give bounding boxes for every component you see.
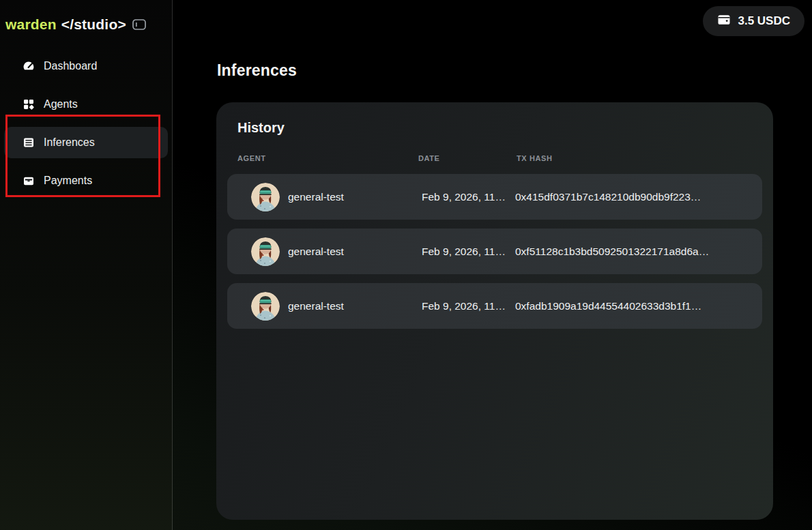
agent-avatar (251, 292, 280, 321)
date-cell: Feb 9, 2026, 11… (422, 300, 515, 312)
agent-cell: general-test (251, 237, 422, 266)
history-card-title: History (237, 120, 762, 139)
tx-hash-cell: 0xfadb1909a19d44554402633d3b1f1… (515, 300, 701, 312)
tx-hash-cell: 0xf51128c1b3bd5092501322171a8d6a… (515, 246, 709, 258)
agent-cell: general-test (251, 292, 422, 321)
column-header-tx-hash: TX HASH (517, 154, 762, 164)
sidebar-item-label: Agents (44, 98, 78, 111)
table-header-row: AGENT DATE TX HASH (227, 154, 762, 164)
sidebar: warden </studio> Dashboard Agents (0, 0, 173, 530)
app-window: warden </studio> Dashboard Agents (0, 0, 812, 530)
logo: warden </studio> (0, 0, 172, 34)
sidebar-item-label: Payments (44, 175, 92, 187)
panel-toggle-icon[interactable] (132, 19, 146, 30)
wallet-balance-text: 3.5 USDC (738, 14, 790, 28)
sidebar-nav: Dashboard Agents Inferences Payments (0, 50, 172, 196)
gauge-icon (23, 60, 35, 72)
table-row[interactable]: general-test Feb 9, 2026, 11… 0x415df037… (227, 174, 762, 220)
wallet-icon (717, 13, 731, 30)
agent-avatar (251, 237, 280, 266)
table-row[interactable]: general-test Feb 9, 2026, 11… 0xfadb1909… (227, 283, 762, 329)
wallet-balance-badge[interactable]: 3.5 USDC (703, 6, 804, 36)
date-cell: Feb 9, 2026, 11… (422, 246, 515, 258)
agent-name: general-test (288, 191, 344, 203)
sidebar-item-label: Inferences (44, 136, 95, 149)
agent-name: general-test (288, 300, 344, 312)
history-card: History AGENT DATE TX HASH general-test … (216, 102, 773, 520)
sidebar-item-dashboard[interactable]: Dashboard (4, 50, 168, 82)
page-title: Inferences (217, 61, 297, 80)
sidebar-item-payments[interactable]: Payments (4, 165, 168, 196)
history-rows: general-test Feb 9, 2026, 11… 0x415df037… (227, 174, 762, 329)
table-row[interactable]: general-test Feb 9, 2026, 11… 0xf51128c1… (227, 229, 762, 274)
agent-name: general-test (288, 246, 344, 258)
sidebar-item-inferences[interactable]: Inferences (4, 127, 168, 158)
date-cell: Feb 9, 2026, 11… (422, 191, 515, 203)
tx-hash-cell: 0x415df0371b7c148210db90db9f223… (515, 191, 701, 203)
list-icon (23, 136, 35, 149)
sidebar-item-agents[interactable]: Agents (4, 89, 168, 120)
column-header-date: DATE (418, 154, 517, 164)
logo-suffix-text: </studio> (61, 16, 126, 33)
logo-brand-text: warden (5, 16, 57, 33)
agent-cell: general-test (251, 183, 422, 211)
grid-icon (23, 98, 35, 111)
sidebar-item-label: Dashboard (44, 60, 97, 72)
wallet-icon (23, 175, 35, 187)
main-content: 3.5 USDC Inferences History AGENT DATE T… (173, 0, 812, 530)
agent-avatar (251, 183, 280, 211)
column-header-agent: AGENT (237, 154, 418, 164)
